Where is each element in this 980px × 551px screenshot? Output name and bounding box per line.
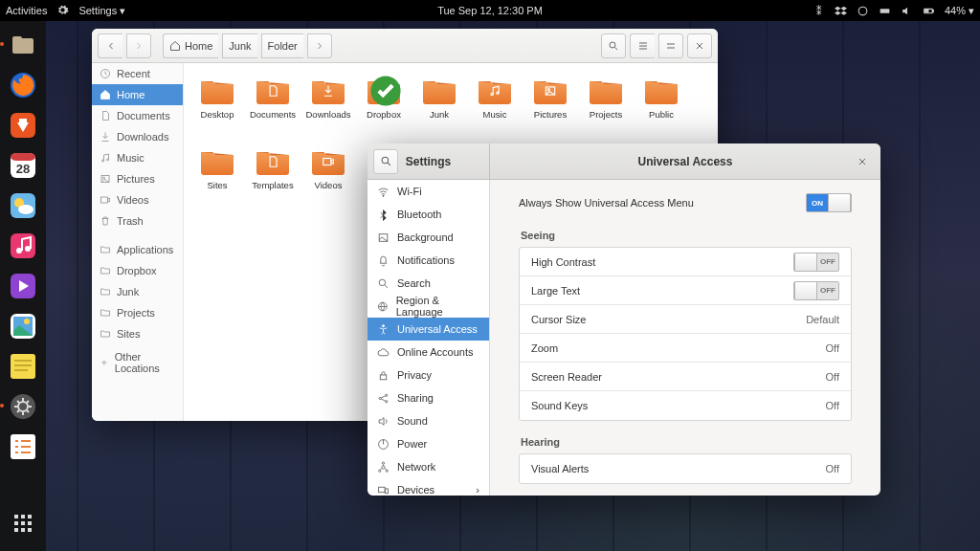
dock-app-weather[interactable] bbox=[5, 187, 41, 224]
switch[interactable]: OFF bbox=[793, 253, 839, 272]
folder-public[interactable]: Public bbox=[634, 73, 689, 140]
svg-rect-1 bbox=[880, 9, 890, 12]
setting-row-zoom[interactable]: ZoomOff bbox=[520, 334, 851, 363]
activities-button[interactable]: Activities bbox=[6, 5, 47, 16]
setting-row-high-contrast[interactable]: High ContrastOFF bbox=[520, 248, 851, 276]
settings-cat-bluetooth[interactable]: Bluetooth bbox=[368, 203, 489, 226]
folder-sites[interactable]: Sites bbox=[189, 143, 245, 210]
forward-button[interactable] bbox=[126, 33, 151, 58]
settings-cat-background[interactable]: Background bbox=[368, 226, 489, 249]
files-headerbar: Home Junk Folder bbox=[92, 29, 718, 63]
settings-cat-devices[interactable]: Devices› bbox=[368, 478, 489, 496]
settings-cat-label: Privacy bbox=[397, 369, 432, 381]
folder-dropbox[interactable]: Dropbox bbox=[356, 73, 412, 140]
dock-app-todo[interactable] bbox=[5, 429, 41, 465]
sidebar-item-junk[interactable]: Junk bbox=[92, 281, 183, 302]
network-icon[interactable] bbox=[879, 4, 892, 17]
svg-rect-3 bbox=[933, 10, 934, 11]
dock-app-firefox[interactable] bbox=[5, 67, 41, 103]
sidebar-item-dropbox[interactable]: Dropbox bbox=[92, 260, 183, 281]
folder-documents[interactable]: Documents bbox=[245, 73, 301, 140]
show-apps-button[interactable] bbox=[5, 505, 41, 541]
sidebar-item-music[interactable]: Music bbox=[92, 147, 183, 168]
view-list-button[interactable] bbox=[630, 33, 655, 58]
switch-state-label: OFF bbox=[817, 253, 838, 271]
sidebar-item-projects[interactable]: Projects bbox=[92, 302, 183, 323]
settings-cat-wi-fi[interactable]: Wi-Fi bbox=[368, 180, 489, 203]
back-button[interactable] bbox=[98, 33, 122, 58]
sidebar-item-home[interactable]: Home bbox=[92, 84, 183, 105]
settings-cat-power[interactable]: Power bbox=[368, 432, 489, 455]
setting-row-large-text[interactable]: Large TextOFF bbox=[520, 276, 851, 305]
settings-cat-region-language[interactable]: Region & Language bbox=[368, 295, 489, 318]
app-menu[interactable]: Settings ▾ bbox=[78, 5, 125, 17]
close-button[interactable] bbox=[852, 151, 873, 172]
folder-junk[interactable]: Junk bbox=[412, 73, 467, 140]
view-menu-button[interactable] bbox=[658, 33, 683, 58]
dock-app-calendar[interactable]: 28 bbox=[5, 147, 41, 184]
settings-cat-universal-access[interactable]: Universal Access bbox=[368, 318, 489, 341]
search-button[interactable] bbox=[601, 33, 626, 58]
dock-app-photos[interactable] bbox=[5, 308, 41, 344]
settings-cat-online-accounts[interactable]: Online Accounts bbox=[368, 341, 489, 364]
dock-app-notes[interactable] bbox=[5, 348, 41, 385]
settings-cat-notifications[interactable]: Notifications bbox=[368, 249, 489, 272]
svg-point-41 bbox=[103, 177, 105, 179]
sidebar-item-other-locations[interactable]: Other Locations bbox=[92, 352, 183, 373]
dock-app-videos[interactable] bbox=[5, 268, 41, 304]
setting-row-sound-keys[interactable]: Sound KeysOff bbox=[520, 391, 851, 420]
sidebar-item-downloads[interactable]: Downloads bbox=[92, 126, 183, 147]
music-icon bbox=[488, 84, 501, 99]
sidebar-item-applications[interactable]: Applications bbox=[92, 239, 183, 260]
path-more[interactable] bbox=[307, 33, 332, 58]
volume-icon[interactable] bbox=[901, 4, 914, 17]
status-icon[interactable] bbox=[857, 4, 870, 17]
switch-state-label: OFF bbox=[817, 282, 838, 299]
folder-pictures[interactable]: Pictures bbox=[523, 73, 578, 140]
svg-rect-64 bbox=[379, 487, 386, 492]
close-button[interactable] bbox=[687, 33, 712, 58]
path-folder[interactable]: Folder bbox=[261, 33, 303, 58]
sidebar-item-documents[interactable]: Documents bbox=[92, 105, 183, 126]
folder-label: Junk bbox=[430, 109, 449, 120]
folder-downloads[interactable]: Downloads bbox=[301, 73, 356, 140]
dropbox-icon[interactable] bbox=[835, 4, 848, 17]
settings-cat-search[interactable]: Search bbox=[368, 272, 489, 295]
dock-app-settings[interactable] bbox=[5, 388, 41, 425]
sidebar-item-sites[interactable]: Sites bbox=[92, 323, 183, 344]
dock-app-music[interactable] bbox=[5, 228, 41, 264]
sidebar-item-label: Dropbox bbox=[117, 265, 157, 276]
sidebar-item-label: Documents bbox=[117, 110, 170, 121]
always-show-switch[interactable]: ON bbox=[806, 193, 852, 212]
sidebar-item-videos[interactable]: Videos bbox=[92, 189, 183, 210]
sidebar-item-recent[interactable]: Recent bbox=[92, 63, 183, 84]
path-home[interactable]: Home bbox=[163, 33, 218, 58]
setting-value: Default bbox=[806, 314, 839, 325]
setting-row-screen-reader[interactable]: Screen ReaderOff bbox=[520, 363, 851, 391]
dock-app-files[interactable] bbox=[5, 27, 41, 63]
settings-search-button[interactable] bbox=[373, 149, 398, 174]
folder-desktop[interactable]: Desktop bbox=[189, 73, 245, 140]
battery-icon[interactable] bbox=[923, 4, 936, 17]
settings-cat-privacy[interactable]: Privacy bbox=[368, 364, 489, 386]
path-junk[interactable]: Junk bbox=[222, 33, 256, 58]
folder-music[interactable]: Music bbox=[467, 73, 523, 140]
clock[interactable]: Tue Sep 12, 12:30 PM bbox=[437, 5, 543, 16]
setting-row-visual-alerts[interactable]: Visual AlertsOff bbox=[520, 454, 851, 483]
folder-projects[interactable]: Projects bbox=[578, 73, 634, 140]
dock-app-software[interactable] bbox=[5, 107, 41, 143]
indicator-icon[interactable]: ⁑ bbox=[813, 4, 826, 17]
svg-rect-48 bbox=[323, 158, 331, 165]
settings-cat-sharing[interactable]: Sharing bbox=[368, 386, 489, 409]
setting-row-cursor-size[interactable]: Cursor SizeDefault bbox=[520, 305, 851, 334]
folder-videos[interactable]: Videos bbox=[301, 143, 356, 210]
svg-rect-35 bbox=[28, 528, 32, 532]
sidebar-item-trash[interactable]: Trash bbox=[92, 210, 183, 231]
settings-cat-network[interactable]: Network bbox=[368, 455, 489, 478]
battery-percent[interactable]: 44% ▾ bbox=[945, 5, 974, 17]
sidebar-item-pictures[interactable]: Pictures bbox=[92, 168, 183, 189]
settings-cat-sound[interactable]: Sound bbox=[368, 409, 489, 432]
sidebar-item-label: Recent bbox=[117, 68, 150, 79]
folder-templates[interactable]: Templates bbox=[245, 143, 301, 210]
switch[interactable]: OFF bbox=[793, 281, 839, 300]
